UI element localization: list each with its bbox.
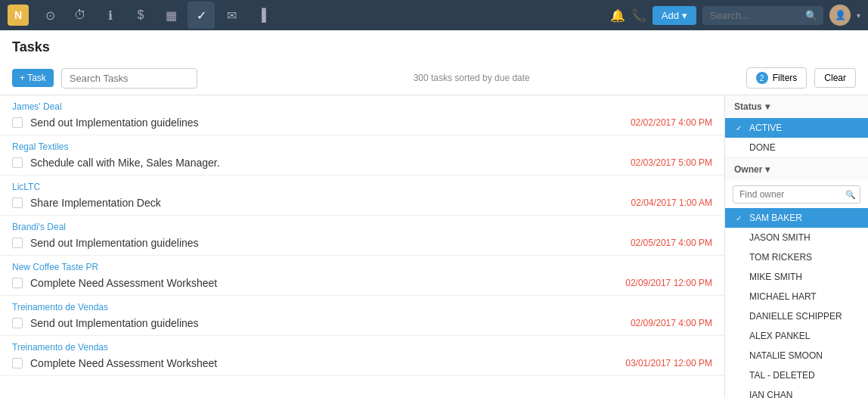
status-filter-section: Status ▾ ✓ACTIVEDONE — [725, 95, 868, 158]
task-group: Treinamento de Vendas Send out Implement… — [0, 296, 724, 336]
task-date: 02/09/2017 4:00 PM — [631, 318, 712, 328]
task-name: Send out Implementation guidelines — [30, 117, 623, 129]
task-row: Share Implementation Deck 02/04/2017 1:0… — [0, 194, 724, 215]
task-deal-link[interactable]: New Coffee Taste PR — [0, 256, 110, 274]
owner-filter-item[interactable]: ✓SAM BAKER — [725, 208, 868, 228]
task-checkbox[interactable] — [12, 157, 23, 168]
owner-filter-item[interactable]: MICHAEL HART — [725, 287, 868, 306]
main-content: James' Deal Send out Implementation guid… — [0, 95, 868, 398]
task-row: Send out Implementation guidelines 02/09… — [0, 314, 724, 335]
task-name: Complete Need Assessment Worksheet — [30, 277, 618, 289]
task-name: Send out Implementation guidelines — [30, 237, 623, 249]
task-checkbox[interactable] — [12, 117, 23, 128]
task-date: 02/04/2017 1:00 AM — [631, 197, 712, 208]
task-name: Schedule call with Mike, Sales Manager. — [30, 157, 623, 169]
top-nav: N ⊙ ⏱ ℹ $ ▦ ✓ ✉ ▐ 🔔 📞 Add ▾ 🔍 👤 ▾ — [0, 0, 868, 30]
check-icon: ✓ — [736, 124, 745, 132]
task-date: 02/05/2017 4:00 PM — [631, 238, 712, 248]
info-icon[interactable]: ℹ — [97, 2, 124, 29]
owner-filter-item[interactable]: TOM RICKERS — [725, 247, 868, 267]
task-name: Send out Implementation guidelines — [30, 317, 623, 329]
task-row: Complete Need Assessment Worksheet 02/09… — [0, 274, 724, 295]
task-row: Send out Implementation guidelines 02/02… — [0, 113, 724, 135]
owner-search-input[interactable] — [733, 185, 860, 204]
chevron-down-icon: ▾ — [765, 164, 770, 175]
task-group: New Coffee Taste PR Complete Need Assess… — [0, 256, 724, 296]
page-title: Tasks — [12, 36, 856, 61]
search-tasks-input[interactable] — [61, 68, 197, 89]
app-logo[interactable]: N — [8, 5, 29, 26]
owner-filter-header[interactable]: Owner ▾ — [725, 158, 868, 181]
calendar-icon[interactable]: ▦ — [157, 2, 184, 29]
owner-filter-section: Owner ▾ 🔍 ✓SAM BAKERJASON SMITHTOM RICKE… — [725, 158, 868, 398]
status-filter-header[interactable]: Status ▾ — [725, 95, 868, 118]
task-deal-link[interactable]: James' Deal — [0, 95, 74, 113]
page: Tasks + Task 300 tasks sorted by due dat… — [0, 30, 868, 398]
task-date: 02/02/2017 4:00 PM — [631, 117, 712, 128]
avatar[interactable]: 👤 — [829, 5, 851, 26]
task-name: Complete Need Assessment Worksheet — [30, 357, 618, 369]
dollar-icon[interactable]: $ — [127, 2, 154, 29]
task-group: Treinamento de Vendas Complete Need Asse… — [0, 336, 724, 376]
right-panel: Status ▾ ✓ACTIVEDONE Owner ▾ 🔍 ✓SAM BAKE… — [724, 95, 868, 398]
search-icon: 🔍 — [805, 10, 817, 21]
timer-icon[interactable]: ⏱ — [67, 2, 94, 29]
task-group: LicLTC Share Implementation Deck 02/04/2… — [0, 176, 724, 216]
task-name: Share Implementation Deck — [30, 197, 624, 209]
owner-filter-item[interactable]: MIKE SMITH — [725, 267, 868, 287]
global-search-input[interactable] — [710, 10, 801, 21]
clear-button[interactable]: Clear — [814, 68, 856, 88]
task-checkbox[interactable] — [12, 197, 23, 208]
task-checkbox[interactable] — [12, 238, 23, 248]
task-list: James' Deal Send out Implementation guid… — [0, 95, 724, 398]
chevron-down-icon: ▾ — [765, 101, 770, 112]
task-deal-link[interactable]: Treinamento de Vendas — [0, 296, 120, 314]
task-deal-link[interactable]: LicLTC — [0, 176, 52, 194]
owner-filter-item[interactable]: JASON SMITH — [725, 228, 868, 247]
task-group: Regal Textiles Schedule call with Mike, … — [0, 135, 724, 176]
status-filter-item[interactable]: DONE — [725, 138, 868, 157]
owner-search-icon: 🔍 — [845, 190, 856, 200]
status-filter-item[interactable]: ✓ACTIVE — [725, 118, 868, 138]
home-icon[interactable]: ⊙ — [36, 2, 64, 29]
global-search: 🔍 — [702, 6, 823, 25]
task-row: Schedule call with Mike, Sales Manager. … — [0, 154, 724, 175]
mail-icon[interactable]: ✉ — [218, 2, 245, 29]
task-row: Send out Implementation guidelines 02/05… — [0, 234, 724, 255]
check-icon: ✓ — [736, 214, 745, 222]
task-date: 02/09/2017 12:00 PM — [625, 278, 712, 288]
task-group: James' Deal Send out Implementation guid… — [0, 95, 724, 135]
avatar-chevron-icon[interactable]: ▾ — [857, 11, 860, 20]
filter-count-badge: 2 — [756, 72, 768, 84]
tasks-nav-icon[interactable]: ✓ — [188, 2, 215, 29]
task-group: Brandi's Deal Send out Implementation gu… — [0, 216, 724, 256]
task-checkbox[interactable] — [12, 318, 23, 328]
chevron-down-icon: ▾ — [682, 10, 687, 21]
task-date: 03/01/2017 12:00 PM — [625, 358, 712, 368]
task-checkbox[interactable] — [12, 358, 23, 368]
task-count: 300 tasks sorted by due date — [205, 73, 739, 83]
task-checkbox[interactable] — [12, 278, 23, 288]
owner-filter-item[interactable]: ALEX PANKEL — [725, 326, 868, 346]
owner-search-wrap: 🔍 — [733, 185, 860, 204]
phone-icon[interactable]: 📞 — [631, 8, 646, 23]
chart-icon[interactable]: ▐ — [248, 2, 275, 29]
task-deal-link[interactable]: Regal Textiles — [0, 135, 80, 154]
owner-filter-item[interactable]: DANIELLE SCHIPPER — [725, 306, 868, 326]
task-deal-link[interactable]: Brandi's Deal — [0, 216, 78, 234]
owner-filter-item[interactable]: TAL - DELETED — [725, 365, 868, 385]
owner-filter-item[interactable]: NATALIE SMOON — [725, 346, 868, 365]
add-button[interactable]: Add ▾ — [653, 6, 696, 25]
add-task-button[interactable]: + Task — [12, 69, 54, 87]
task-deal-link[interactable]: Treinamento de Vendas — [0, 336, 120, 354]
task-date: 02/03/2017 5:00 PM — [631, 157, 712, 168]
filters-button[interactable]: 2 Filters — [746, 67, 808, 89]
page-header: Tasks + Task 300 tasks sorted by due dat… — [0, 30, 868, 95]
task-row: Complete Need Assessment Worksheet 03/01… — [0, 354, 724, 375]
owner-filter-item[interactable]: IAN CHAN — [725, 385, 868, 398]
toolbar: + Task 300 tasks sorted by due date 2 Fi… — [12, 61, 856, 95]
bell-icon[interactable]: 🔔 — [610, 8, 625, 23]
